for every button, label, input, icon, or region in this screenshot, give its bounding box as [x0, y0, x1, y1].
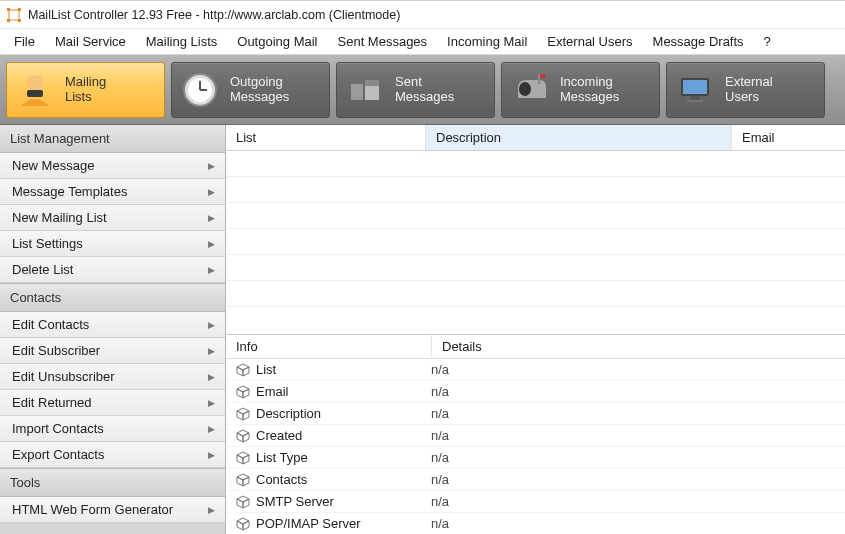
menu-mail-service[interactable]: Mail Service	[45, 31, 136, 52]
grid-row[interactable]	[226, 151, 845, 177]
svg-rect-18	[683, 80, 707, 94]
column-header-email[interactable]: Email	[732, 125, 845, 150]
menu-mailing-lists[interactable]: Mailing Lists	[136, 31, 228, 52]
grid-header-row: List Description Email	[226, 125, 845, 151]
svg-point-14	[519, 82, 531, 96]
ribbon-label: Outgoing Messages	[230, 75, 289, 105]
chevron-right-icon: ▶	[208, 213, 215, 223]
sidebar-item-edit-contacts[interactable]: Edit Contacts▶	[0, 312, 225, 338]
ribbon-label: External Users	[725, 75, 773, 105]
ribbon-outgoing-messages[interactable]: Outgoing Messages	[171, 62, 330, 118]
grid-row[interactable]	[226, 229, 845, 255]
ribbon-incoming-messages[interactable]: Incoming Messages	[501, 62, 660, 118]
info-row-created: Created n/a	[226, 425, 845, 447]
clock-icon	[180, 70, 220, 110]
monitor-icon	[675, 70, 715, 110]
chevron-right-icon: ▶	[208, 320, 215, 330]
sidebar-item-new-message[interactable]: New Message▶	[0, 153, 225, 179]
svg-rect-16	[540, 74, 545, 78]
ribbon-toolbar: Mailing Lists Outgoing Messages	[0, 55, 845, 125]
sidebar-item-edit-subscriber[interactable]: Edit Subscriber▶	[0, 338, 225, 364]
sidebar-item-edit-unsubscriber[interactable]: Edit Unsubscriber▶	[0, 364, 225, 390]
menu-sent-messages[interactable]: Sent Messages	[328, 31, 438, 52]
info-row-list: List n/a	[226, 359, 845, 381]
info-header-info[interactable]: Info	[226, 335, 432, 358]
titlebar: MailList Controller 12.93 Free - http://…	[0, 1, 845, 29]
grid-row[interactable]	[226, 177, 845, 203]
svg-rect-20	[687, 100, 703, 102]
cube-icon	[236, 407, 250, 421]
ribbon-label: Incoming Messages	[560, 75, 619, 105]
cube-icon	[236, 473, 250, 487]
grid-row[interactable]	[226, 255, 845, 281]
svg-rect-15	[538, 74, 540, 84]
list-grid: List Description Email	[226, 125, 845, 335]
grid-body	[226, 151, 845, 307]
grid-row[interactable]	[226, 281, 845, 307]
info-header: Info Details	[226, 335, 845, 359]
sidebar-header-tools: Tools	[0, 468, 225, 497]
ribbon-sent-messages[interactable]: Sent Messages	[336, 62, 495, 118]
svg-rect-1	[7, 8, 10, 11]
chevron-right-icon: ▶	[208, 239, 215, 249]
cube-icon	[236, 517, 250, 531]
sidebar-item-edit-returned[interactable]: Edit Returned▶	[0, 390, 225, 416]
packages-icon	[345, 70, 385, 110]
sidebar-item-html-form-generator[interactable]: HTML Web Form Generator▶	[0, 497, 225, 523]
chevron-right-icon: ▶	[208, 424, 215, 434]
column-header-description[interactable]: Description	[426, 125, 732, 150]
menubar: File Mail Service Mailing Lists Outgoing…	[0, 29, 845, 55]
window-title: MailList Controller 12.93 Free - http://…	[28, 8, 400, 22]
cube-icon	[236, 495, 250, 509]
chevron-right-icon: ▶	[208, 265, 215, 275]
menu-incoming-mail[interactable]: Incoming Mail	[437, 31, 537, 52]
sidebar-item-delete-list[interactable]: Delete List▶	[0, 257, 225, 283]
menu-outgoing-mail[interactable]: Outgoing Mail	[227, 31, 327, 52]
svg-rect-4	[18, 19, 21, 22]
svg-point-5	[27, 75, 43, 91]
svg-rect-6	[27, 90, 43, 97]
mailbox-icon	[510, 70, 550, 110]
column-header-list[interactable]: List	[226, 125, 426, 150]
svg-rect-0	[9, 10, 19, 20]
chevron-right-icon: ▶	[208, 346, 215, 356]
mailing-lists-icon	[15, 70, 55, 110]
chevron-right-icon: ▶	[208, 505, 215, 515]
svg-rect-13	[365, 80, 379, 86]
app-icon	[6, 7, 22, 23]
chevron-right-icon: ▶	[208, 372, 215, 382]
info-row-pop-imap: POP/IMAP Server n/a	[226, 513, 845, 534]
info-row-list-type: List Type n/a	[226, 447, 845, 469]
cube-icon	[236, 429, 250, 443]
cube-icon	[236, 451, 250, 465]
info-row-email: Email n/a	[226, 381, 845, 403]
info-row-smtp: SMTP Server n/a	[226, 491, 845, 513]
svg-rect-11	[351, 84, 363, 100]
menu-message-drafts[interactable]: Message Drafts	[643, 31, 754, 52]
svg-rect-2	[18, 8, 21, 11]
svg-rect-19	[691, 96, 699, 100]
menu-help[interactable]: ?	[754, 31, 781, 52]
chevron-right-icon: ▶	[208, 398, 215, 408]
sidebar-item-new-mailing-list[interactable]: New Mailing List▶	[0, 205, 225, 231]
sidebar-item-import-contacts[interactable]: Import Contacts▶	[0, 416, 225, 442]
ribbon-mailing-lists[interactable]: Mailing Lists	[6, 62, 165, 118]
chevron-right-icon: ▶	[208, 450, 215, 460]
cube-icon	[236, 385, 250, 399]
menu-file[interactable]: File	[4, 31, 45, 52]
ribbon-external-users[interactable]: External Users	[666, 62, 825, 118]
svg-rect-3	[7, 19, 10, 22]
sidebar-item-list-settings[interactable]: List Settings▶	[0, 231, 225, 257]
menu-external-users[interactable]: External Users	[537, 31, 642, 52]
sidebar-item-message-templates[interactable]: Message Templates▶	[0, 179, 225, 205]
grid-row[interactable]	[226, 203, 845, 229]
sidebar: List Management New Message▶ Message Tem…	[0, 125, 226, 534]
ribbon-label: Sent Messages	[395, 75, 454, 105]
chevron-right-icon: ▶	[208, 161, 215, 171]
info-row-contacts: Contacts n/a	[226, 469, 845, 491]
sidebar-item-export-contacts[interactable]: Export Contacts▶	[0, 442, 225, 468]
info-row-description: Description n/a	[226, 403, 845, 425]
sidebar-header-list-management: List Management	[0, 125, 225, 153]
main-area: List Description Email Info Details List	[226, 125, 845, 534]
info-header-details[interactable]: Details	[432, 335, 845, 358]
